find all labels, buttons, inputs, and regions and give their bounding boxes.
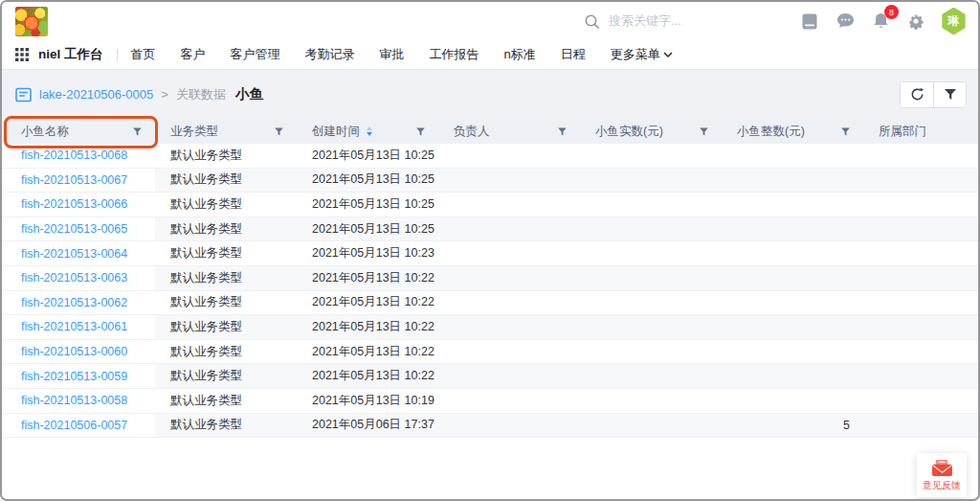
breadcrumb-parent-link[interactable]: lake-20210506-0005: [39, 87, 153, 102]
cell-dept: [863, 217, 978, 241]
chat-icon[interactable]: [835, 11, 856, 32]
record-link[interactable]: fish-20210513-0060: [21, 345, 127, 358]
search-input[interactable]: 搜索关键字...: [584, 12, 799, 30]
cell-int_amount: [722, 340, 863, 364]
bell-icon[interactable]: 8: [870, 11, 891, 32]
cell-int_amount: [722, 193, 863, 216]
cell-name: fish-20210513-0063: [2, 266, 155, 290]
cell-dept: [863, 291, 978, 315]
cell-type: 默认业务类型: [155, 315, 297, 339]
nav-item-0[interactable]: 首页: [131, 46, 156, 63]
cell-dept: [863, 193, 978, 216]
filter-button[interactable]: [933, 82, 966, 107]
cell-name: fish-20210513-0064: [2, 241, 155, 265]
nav-item-4[interactable]: 审批: [380, 46, 405, 63]
table-row-4: fish-20210513-0064默认业务类型2021年05月13日 10:2…: [2, 241, 978, 266]
gear-icon[interactable]: [905, 11, 926, 32]
column-label: 创建时间: [312, 124, 360, 140]
column-header-2[interactable]: 创建时间: [297, 119, 438, 144]
cell-dept: [863, 340, 978, 364]
cell-name: fish-20210513-0068: [2, 144, 155, 168]
cell-created: 2021年05月13日 10:22: [297, 315, 438, 339]
notebook-icon[interactable]: [799, 11, 820, 32]
record-link[interactable]: fish-20210513-0064: [21, 247, 127, 261]
cell-int_amount: [722, 315, 863, 339]
cell-type: 默认业务类型: [155, 340, 297, 364]
cell-dept: [863, 241, 978, 265]
table-row-0: fish-20210513-0068默认业务类型2021年05月13日 10:2…: [2, 144, 978, 169]
column-label: 小鱼实数(元): [595, 124, 663, 140]
nav-item-2[interactable]: 客户管理: [231, 46, 280, 63]
record-doc-icon: [15, 87, 32, 102]
nav-item-3[interactable]: 考勤记录: [305, 46, 355, 63]
nav-item-1[interactable]: 客户: [181, 46, 206, 63]
nav-items: 首页客户客户管理考勤记录审批工作报告n标准日程: [131, 46, 586, 63]
cell-name: fish-20210513-0065: [2, 217, 155, 241]
column-header-6[interactable]: 所属部门: [863, 119, 978, 144]
cell-owner: [438, 144, 580, 168]
navbar: niel 工作台 首页客户客户管理考勤记录审批工作报告n标准日程 更多菜单: [2, 40, 978, 70]
cell-created: 2021年05月13日 10:25: [297, 144, 438, 168]
cell-created: 2021年05月13日 10:25: [297, 193, 438, 216]
cell-owner: [438, 266, 580, 290]
sort-control[interactable]: [367, 126, 372, 136]
page-title: 小鱼: [235, 85, 263, 103]
record-link[interactable]: fish-20210513-0066: [21, 197, 127, 211]
filter-funnel-icon[interactable]: [274, 126, 284, 137]
record-link[interactable]: fish-20210513-0061: [21, 320, 127, 333]
cell-name: fish-20210513-0059: [2, 364, 155, 388]
workspace-title[interactable]: niel 工作台: [38, 46, 103, 63]
cell-created: 2021年05月13日 10:22: [297, 291, 438, 315]
record-link[interactable]: fish-20210513-0059: [21, 370, 127, 383]
record-link[interactable]: fish-20210513-0067: [21, 173, 127, 187]
refresh-button[interactable]: [901, 82, 933, 107]
column-label: 负责人: [454, 124, 490, 140]
cell-owner: [438, 315, 580, 339]
apps-grid-icon[interactable]: [15, 48, 29, 61]
filter-funnel-icon[interactable]: [557, 126, 568, 137]
record-link[interactable]: fish-20210513-0068: [21, 148, 127, 162]
column-header-1[interactable]: 业务类型: [155, 119, 297, 144]
cell-name: fish-20210513-0061: [2, 315, 155, 339]
column-label: 所属部门: [879, 124, 926, 140]
record-link[interactable]: fish-20210506-0057: [21, 419, 127, 432]
column-header-5[interactable]: 小鱼整数(元): [722, 119, 863, 144]
nav-item-6[interactable]: n标准: [504, 46, 536, 63]
notification-badge: 8: [884, 5, 899, 19]
record-link[interactable]: fish-20210513-0065: [21, 222, 127, 236]
record-link[interactable]: fish-20210513-0058: [21, 394, 127, 407]
column-header-4[interactable]: 小鱼实数(元): [580, 119, 722, 144]
cell-dept: [863, 389, 978, 413]
envelope-icon: [931, 459, 953, 477]
nav-more-menu[interactable]: 更多菜单: [611, 46, 673, 63]
cell-type: 默认业务类型: [155, 241, 297, 265]
cell-int_amount: [722, 144, 863, 168]
column-header-3[interactable]: 负责人: [438, 119, 580, 144]
cell-created: 2021年05月13日 10:19: [297, 389, 438, 413]
cell-created: 2021年05月13日 10:22: [297, 340, 438, 364]
feedback-button[interactable]: 意见反馈: [917, 453, 967, 497]
filter-funnel-icon[interactable]: [699, 126, 709, 137]
record-link[interactable]: fish-20210513-0062: [21, 296, 127, 309]
avatar[interactable]: 琳: [941, 8, 967, 35]
table-body: fish-20210513-0068默认业务类型2021年05月13日 10:2…: [2, 144, 978, 438]
feedback-label: 意见反馈: [923, 479, 961, 492]
filter-funnel-icon[interactable]: [840, 126, 851, 137]
cell-real_amount: [580, 315, 722, 339]
breadcrumb-section: 关联数据: [176, 86, 226, 103]
nav-item-7[interactable]: 日程: [561, 46, 586, 63]
column-header-0[interactable]: 小鱼名称: [2, 119, 155, 144]
table-row-7: fish-20210513-0061默认业务类型2021年05月13日 10:2…: [2, 315, 978, 340]
cell-real_amount: [580, 241, 722, 265]
table-row-6: fish-20210513-0062默认业务类型2021年05月13日 10:2…: [2, 291, 978, 316]
table-row-3: fish-20210513-0065默认业务类型2021年05月13日 10:2…: [2, 217, 978, 242]
record-link[interactable]: fish-20210513-0063: [21, 271, 127, 285]
filter-funnel-icon[interactable]: [132, 126, 143, 137]
breadcrumb-separator: >: [161, 87, 168, 102]
cell-owner: [438, 389, 580, 413]
nav-item-5[interactable]: 工作报告: [430, 46, 479, 63]
cell-int_amount: [722, 389, 863, 413]
cell-real_amount: [580, 414, 722, 438]
table-toolbar: [900, 81, 967, 108]
filter-funnel-icon[interactable]: [415, 126, 426, 137]
